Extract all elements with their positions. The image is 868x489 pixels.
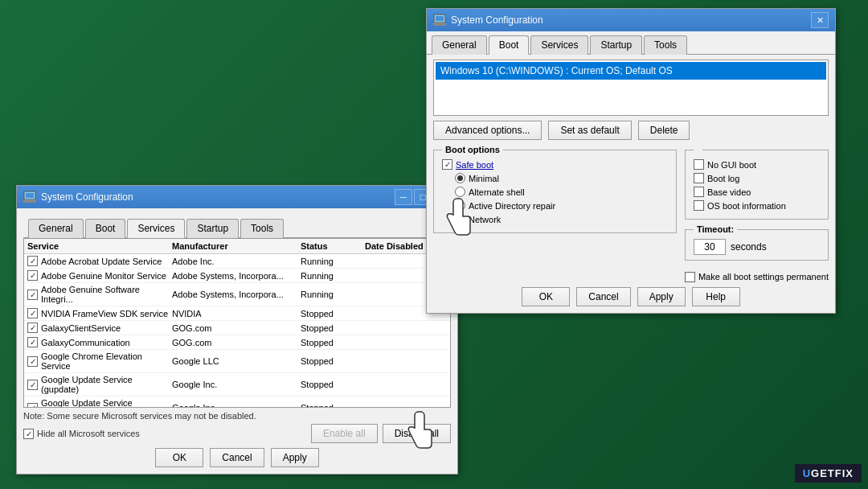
- service-checkbox[interactable]: [27, 290, 38, 300]
- service-name-cell: GalaxyCommunication: [27, 337, 172, 347]
- boot-tab-services[interactable]: Services: [530, 35, 588, 55]
- boot-action-buttons: Advanced options... Set as default Delet…: [433, 121, 829, 140]
- boot-cancel-button[interactable]: Cancel: [576, 287, 630, 306]
- svg-rect-5: [433, 23, 446, 26]
- service-name: Google Update Service (gupdatem): [41, 398, 172, 407]
- minimal-label: Minimal: [469, 174, 499, 183]
- service-name: Adobe Genuine Monitor Service: [41, 271, 166, 281]
- tab-services[interactable]: Services: [127, 219, 185, 238]
- tab-startup[interactable]: Startup: [186, 219, 239, 238]
- service-manufacturer: Google Inc.: [172, 403, 301, 407]
- alternate-shell-label: Alternate shell: [469, 187, 525, 197]
- watermark-u: U: [803, 467, 811, 479]
- service-name: Adobe Acrobat Update Service: [41, 257, 162, 266]
- services-cancel-button[interactable]: Cancel: [210, 448, 264, 467]
- service-name: GalaxyClientService: [41, 323, 121, 333]
- service-checkbox[interactable]: [27, 356, 38, 367]
- service-name-cell: Adobe Genuine Monitor Service: [27, 270, 172, 281]
- seconds-label: seconds: [731, 241, 767, 253]
- tab-tools[interactable]: Tools: [240, 219, 284, 238]
- boot-help-button[interactable]: Help: [692, 287, 740, 306]
- table-row[interactable]: Adobe Genuine Software Integri... Adobe …: [24, 283, 450, 306]
- hide-microsoft-checkbox[interactable]: [23, 429, 34, 439]
- service-checkbox[interactable]: [27, 308, 38, 318]
- make-permanent-checkbox[interactable]: [685, 272, 695, 282]
- table-row[interactable]: Google Chrome Elevation Service Google L…: [24, 350, 450, 373]
- set-as-default-button[interactable]: Set as default: [548, 121, 631, 140]
- boot-tab-tools[interactable]: Tools: [644, 35, 687, 55]
- boot-titlebar[interactable]: System Configuration ✕: [427, 9, 835, 31]
- boot-tab-general[interactable]: General: [432, 35, 487, 55]
- boot-window-controls: ✕: [811, 12, 829, 28]
- active-directory-row: Active Directory repair: [455, 200, 668, 211]
- advanced-options-button[interactable]: Advanced options...: [433, 121, 542, 140]
- boot-apply-button[interactable]: Apply: [637, 287, 686, 306]
- table-row[interactable]: Google Update Service (gupdate) Google I…: [24, 373, 450, 397]
- service-name-cell: Adobe Genuine Software Integri...: [27, 285, 172, 304]
- service-status: Running: [301, 290, 365, 299]
- boot-close-button[interactable]: ✕: [811, 12, 829, 28]
- services-table: Service Manufacturer Status Date Disable…: [23, 238, 451, 408]
- base-video-checkbox[interactable]: [694, 187, 704, 197]
- services-apply-button[interactable]: Apply: [271, 448, 319, 467]
- table-row[interactable]: GalaxyCommunication GOG.com Stopped: [24, 335, 450, 350]
- alternate-shell-radio[interactable]: [455, 187, 465, 197]
- timeout-legend: Timeout:: [694, 224, 737, 234]
- table-row[interactable]: Adobe Acrobat Update Service Adobe Inc. …: [24, 254, 450, 269]
- table-row[interactable]: NVIDIA FrameView SDK service NVIDIA Stop…: [24, 306, 450, 321]
- service-checkbox[interactable]: [27, 337, 38, 347]
- hide-microsoft-container[interactable]: Hide all Microsoft services: [23, 429, 140, 439]
- no-gui-checkbox[interactable]: [694, 159, 704, 170]
- service-name-cell: NVIDIA FrameView SDK service: [27, 308, 172, 318]
- boot-ok-button[interactable]: OK: [522, 287, 570, 306]
- minimal-row: Minimal: [455, 173, 668, 183]
- active-directory-label: Active Directory repair: [469, 201, 555, 211]
- header-service: Service: [27, 241, 172, 251]
- network-radio[interactable]: [455, 214, 465, 224]
- os-boot-info-checkbox[interactable]: [694, 200, 704, 211]
- safe-boot-checkbox[interactable]: [442, 159, 452, 170]
- hide-microsoft-label: Hide all Microsoft services: [37, 429, 140, 438]
- services-minimize-button[interactable]: ─: [395, 189, 412, 205]
- services-titlebar[interactable]: System Configuration ─ □ ✕: [17, 186, 457, 208]
- tab-general[interactable]: General: [28, 219, 84, 238]
- boot-os-item[interactable]: Windows 10 (C:\WINDOWS) : Current OS; De…: [436, 62, 826, 80]
- enable-all-button[interactable]: Enable all: [311, 424, 378, 443]
- safe-boot-options: Minimal Alternate shell Active Directory…: [455, 173, 668, 224]
- disable-all-button[interactable]: Disable all: [383, 424, 451, 443]
- service-checkbox[interactable]: [27, 380, 38, 390]
- safe-boot-row: Safe boot: [442, 159, 668, 170]
- minimal-radio[interactable]: [455, 173, 465, 183]
- boot-log-checkbox[interactable]: [694, 173, 704, 183]
- boot-os-list[interactable]: Windows 10 (C:\WINDOWS) : Current OS; De…: [433, 60, 829, 116]
- service-name: Adobe Genuine Software Integri...: [41, 285, 172, 304]
- delete-button[interactable]: Delete: [638, 121, 690, 140]
- table-row[interactable]: GalaxyClientService GOG.com Stopped: [24, 321, 450, 335]
- service-status: Stopped: [301, 356, 365, 366]
- service-name-cell: Google Update Service (gupdate): [27, 375, 172, 394]
- no-gui-label: No GUI boot: [707, 160, 756, 170]
- services-ok-button[interactable]: OK: [155, 448, 203, 467]
- timeout-input[interactable]: [694, 239, 726, 255]
- make-permanent-label: Make all boot settings permanent: [698, 272, 829, 281]
- service-status: Stopped: [301, 338, 365, 347]
- service-status: Stopped: [301, 380, 365, 389]
- services-table-body[interactable]: Adobe Acrobat Update Service Adobe Inc. …: [24, 254, 450, 407]
- boot-window: System Configuration ✕ General Boot Serv…: [426, 8, 836, 314]
- tab-boot[interactable]: Boot: [85, 219, 126, 238]
- boot-tab-boot[interactable]: Boot: [489, 35, 530, 55]
- table-row[interactable]: Google Update Service (gupdatem) Google …: [24, 397, 450, 407]
- make-permanent-row: Make all boot settings permanent: [685, 272, 829, 282]
- boot-log-label: Boot log: [707, 174, 739, 183]
- service-checkbox[interactable]: [27, 323, 38, 333]
- active-directory-radio[interactable]: [455, 200, 465, 211]
- table-row[interactable]: Adobe Genuine Monitor Service Adobe Syst…: [24, 269, 450, 283]
- boot-tab-startup[interactable]: Startup: [590, 35, 642, 55]
- service-checkbox[interactable]: [27, 270, 38, 281]
- service-checkbox[interactable]: [27, 256, 38, 266]
- network-label: Network: [469, 215, 501, 224]
- service-checkbox[interactable]: [27, 403, 38, 408]
- boot-tab-bar: General Boot Services Startup Tools: [427, 31, 835, 55]
- svg-rect-1: [26, 193, 34, 198]
- header-status: Status: [301, 241, 365, 251]
